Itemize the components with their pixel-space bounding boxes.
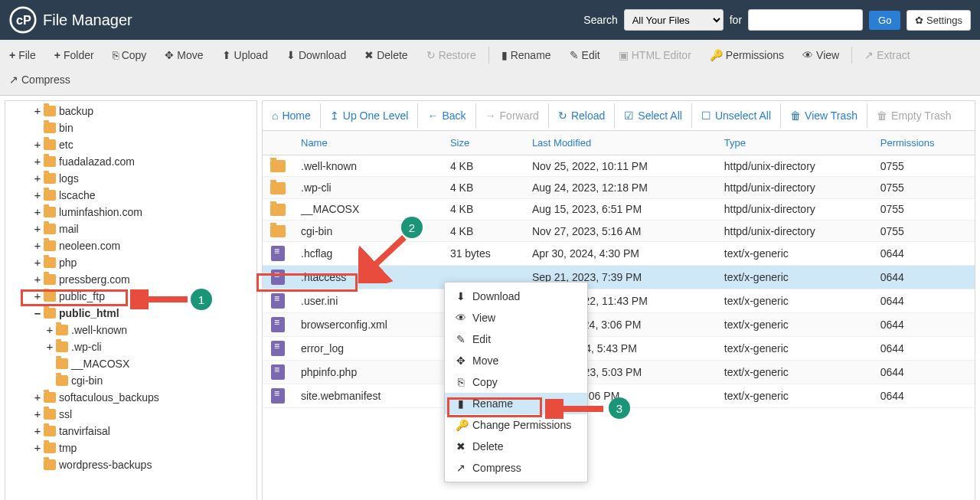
edit-button[interactable]: ✎ Edit (560, 43, 609, 67)
for-label: for (730, 14, 742, 26)
tree-folder-lscache[interactable]: +lscache (5, 187, 256, 204)
html-editor-button: ▣ HTML Editor (609, 43, 701, 67)
compress-button[interactable]: ↗ Compress (0, 67, 80, 92)
app-title: File Manager (43, 11, 132, 29)
home-button[interactable]: ⌂ Home (263, 103, 321, 128)
col-type[interactable]: Type (717, 131, 873, 155)
tree-folder-public_ftp[interactable]: +public_ftp (5, 288, 256, 305)
svg-text:cP: cP (16, 13, 31, 27)
file-row[interactable]: phpinfo.phpAug 11, 2023, 5:03 PMtext/x-g… (263, 361, 975, 384)
extract-button: ↗ Extract (855, 43, 920, 67)
tree-folder-fuadalazad.com[interactable]: +fuadalazad.com (5, 153, 256, 170)
ctx-download[interactable]: ⬇Download (445, 286, 587, 307)
tree-folder-pressberg.com[interactable]: +pressberg.com (5, 271, 256, 288)
reload-button[interactable]: ↻ Reload (549, 103, 615, 128)
tree-folder-tanvirfaisal[interactable]: +tanvirfaisal (5, 423, 256, 440)
tree-folder-neoleen.com[interactable]: +neoleen.com (5, 237, 256, 254)
ctx-copy[interactable]: ⎘Copy (445, 371, 587, 393)
file-row[interactable]: cgi-bin4 KBNov 27, 2023, 5:16 AMhttpd/un… (263, 220, 975, 241)
tree-folder-__MACOSX[interactable]: __MACOSX (5, 355, 256, 372)
main-toolbar: + File + Folder ⎘ Copy ✥ Move ⬆ Upload ⬇… (0, 40, 980, 96)
ctx-move[interactable]: ✥Move (445, 350, 587, 371)
download-button[interactable]: ⬇ Download (277, 43, 355, 67)
ctx-compress[interactable]: ↗Compress (445, 457, 587, 479)
file-row[interactable]: .wp-cli4 KBAug 24, 2023, 12:18 PMhttpd/u… (263, 177, 975, 198)
rename-button[interactable]: ▮ Rename (492, 43, 560, 67)
back-button[interactable]: ← Back (418, 103, 475, 128)
file-row[interactable]: .htaccessSep 21, 2023, 7:39 PMtext/x-gen… (263, 266, 975, 289)
delete-button[interactable]: ✖ Delete (355, 43, 416, 67)
go-button[interactable]: Go (869, 11, 900, 30)
view-button[interactable]: 👁 View (793, 43, 848, 67)
move-button[interactable]: ✥ Move (155, 43, 212, 67)
cpanel-icon: cP (9, 6, 37, 34)
col-modified[interactable]: Last Modified (524, 131, 717, 155)
navigation-toolbar: ⌂ Home ↥ Up One Level ← Back → Forward ↻… (262, 100, 975, 131)
col-perms[interactable]: Permissions (873, 131, 975, 155)
up-one-level-button[interactable]: ↥ Up One Level (321, 103, 419, 128)
upload-button[interactable]: ⬆ Upload (213, 43, 277, 67)
tree-folder-public_html[interactable]: −public_html (5, 305, 256, 322)
file-row[interactable]: site.webmanifest12, 2024, 3:06 PMtext/x-… (263, 384, 975, 408)
tree-folder-luminfashion.com[interactable]: +luminfashion.com (5, 204, 256, 221)
settings-button[interactable]: ✿ Settings (906, 10, 971, 31)
ctx-view[interactable]: 👁View (445, 307, 587, 328)
tree-folder-logs[interactable]: +logs (5, 170, 256, 187)
tree-folder-backup[interactable]: +backup (5, 103, 256, 119)
new-file-button[interactable]: + File (0, 43, 45, 67)
file-row[interactable]: __MACOSX4 KBAug 15, 2023, 6:51 PMhttpd/u… (263, 198, 975, 220)
empty-trash-button: 🗑 Empty Trash (867, 103, 961, 128)
search-input[interactable] (748, 9, 863, 31)
tree-folder-cgi-bin[interactable]: cgi-bin (5, 372, 256, 389)
tree-folder-.well-known[interactable]: +.well-known (5, 322, 256, 338)
col-size[interactable]: Size (443, 131, 524, 155)
search-scope-select[interactable]: All Your Files (624, 9, 724, 31)
ctx-delete[interactable]: ✖Delete (445, 436, 587, 457)
tree-folder-wordpress-backups[interactable]: wordpress-backups (5, 456, 256, 473)
tree-folder-bin[interactable]: bin (5, 119, 256, 136)
tree-folder-php[interactable]: +php (5, 254, 256, 271)
tree-folder-.wp-cli[interactable]: +.wp-cli (5, 338, 256, 355)
copy-button[interactable]: ⎘ Copy (103, 43, 156, 67)
app-logo: cP File Manager (9, 6, 132, 34)
col-name[interactable]: Name (293, 131, 443, 155)
folder-tree-sidebar[interactable]: +backupbin+etc+fuadalazad.com+logs+lscac… (5, 100, 257, 500)
tree-folder-tmp[interactable]: +tmp (5, 440, 256, 456)
file-row[interactable]: .well-known4 KBNov 25, 2022, 10:11 PMhtt… (263, 155, 975, 177)
new-folder-button[interactable]: + Folder (45, 43, 103, 67)
view-trash-button[interactable]: 🗑 View Trash (781, 103, 867, 128)
file-row[interactable]: browserconfig.xmlFeb 12, 2024, 3:06 PMte… (263, 313, 975, 337)
tree-folder-softaculous_backups[interactable]: +softaculous_backups (5, 389, 256, 406)
select-all-button[interactable]: ☑ Select All (615, 103, 692, 128)
file-list-table[interactable]: Name Size Last Modified Type Permissions… (263, 131, 975, 408)
file-context-menu[interactable]: ⬇Download👁View✎Edit✥Move⎘Copy▮Rename🔑Cha… (444, 282, 588, 482)
app-header: cP File Manager Search All Your Files fo… (0, 0, 980, 40)
forward-button: → Forward (476, 103, 549, 128)
search-label: Search (583, 14, 617, 26)
tree-folder-mail[interactable]: +mail (5, 221, 256, 237)
tree-folder-ssl[interactable]: +ssl (5, 406, 256, 423)
file-row[interactable]: error_logMay 4, 2024, 5:43 PMtext/x-gene… (263, 337, 975, 361)
unselect-all-button[interactable]: ☐ Unselect All (692, 103, 781, 128)
permissions-button[interactable]: 🔑 Permissions (701, 43, 793, 67)
restore-button: ↻ Restore (417, 43, 485, 67)
file-row[interactable]: .hcflag31 bytesApr 30, 2024, 4:30 PMtext… (263, 242, 975, 266)
ctx-rename[interactable]: ▮Rename (445, 393, 587, 414)
ctx-change-permissions[interactable]: 🔑Change Permissions (445, 414, 587, 436)
ctx-edit[interactable]: ✎Edit (445, 328, 587, 350)
tree-folder-etc[interactable]: +etc (5, 136, 256, 153)
file-row[interactable]: .user.iniNov 27, 2022, 11:43 PMtext/x-ge… (263, 289, 975, 313)
